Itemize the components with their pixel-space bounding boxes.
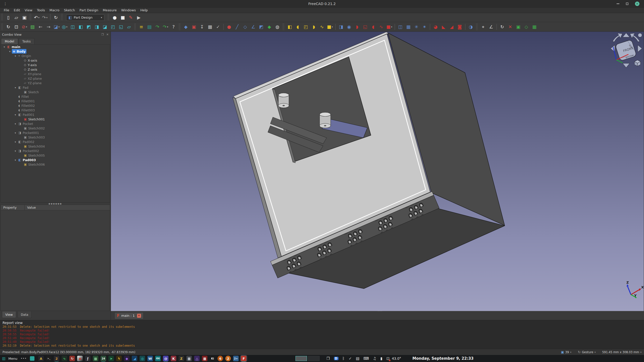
thickness-icon[interactable]: ◙ <box>456 23 463 31</box>
model-standoff-1[interactable] <box>278 93 289 108</box>
tray-shield-icon[interactable]: ✓ <box>349 356 352 361</box>
view-rear-icon[interactable]: ◪ <box>101 23 109 31</box>
sep[interactable] <box>335 24 336 30</box>
workspace-icon[interactable] <box>30 356 34 361</box>
sep[interactable] <box>395 24 395 30</box>
grip[interactable] <box>134 24 136 30</box>
temperature-indicator[interactable]: 43.0° <box>392 356 401 360</box>
pad-icon[interactable]: ◧ <box>286 23 293 31</box>
menu-file[interactable]: File <box>2 8 12 12</box>
subtractive-loft-icon[interactable]: ◱ <box>361 23 369 31</box>
menu-help[interactable]: Help <box>138 8 150 12</box>
fit-all-icon[interactable]: ↻ <box>5 23 12 31</box>
app-audio-wave[interactable]: ∿ <box>62 356 67 361</box>
undo-icon[interactable]: ↶ ▾ <box>33 14 40 21</box>
tree-item-pocket002[interactable]: ▾ ◨ Pocket002 <box>1 149 110 153</box>
expander-icon[interactable]: ▾ <box>13 122 17 125</box>
tree-item-pad[interactable]: ▾ ◧ Pad <box>1 85 110 90</box>
app-mastodon[interactable]: @ <box>163 356 168 361</box>
tree-item-x-axis[interactable]: ◇ X-axis <box>1 58 110 63</box>
subtractive-primitive-icon[interactable]: ■ ▾ <box>385 23 393 31</box>
make-link-icon[interactable]: ↷ <box>154 23 161 31</box>
workbench-selector[interactable]: ◧ Part Design ▾ <box>66 14 104 21</box>
chevron-down-icon[interactable]: ▾ <box>570 351 571 353</box>
view-zoom-icon[interactable]: ◎ ▾ <box>61 23 68 31</box>
tree-item-sketch[interactable]: ▣ Sketch <box>1 90 110 94</box>
menu-macro[interactable]: Macro <box>47 8 62 12</box>
expander-icon[interactable]: ▾ <box>2 46 6 48</box>
replace-link-icon[interactable]: ↷ ▾ <box>162 23 169 31</box>
menu-part-design[interactable]: Part Design <box>77 8 101 12</box>
create-sketch-icon[interactable]: ▣ <box>190 23 198 31</box>
grip[interactable] <box>476 24 478 30</box>
app-ascii[interactable]: A <box>38 356 44 361</box>
app-zotero[interactable]: Z <box>179 356 184 361</box>
taskbar-dots-icon[interactable]: ••• <box>21 357 27 360</box>
redo-icon[interactable]: ↷ ▾ <box>41 14 49 21</box>
app-wave-w[interactable]: W <box>147 356 153 361</box>
tree-item-pad001[interactable]: ▾ ◧ Pad001 <box>1 112 110 117</box>
macro-stop-icon[interactable]: ■ <box>119 14 126 21</box>
app-console-2[interactable]: 2 <box>54 356 59 361</box>
menu-edit[interactable]: Edit <box>12 8 22 12</box>
subtractive-pipe-icon[interactable]: ◖ <box>369 23 377 31</box>
model-standoff-2[interactable] <box>320 112 331 128</box>
minimize-button[interactable] <box>617 4 619 4</box>
mirrored-icon[interactable]: ◫ <box>397 23 404 31</box>
document-tab-main[interactable]: F main : 1 ✕ <box>114 312 144 319</box>
property-column-header[interactable]: Property <box>1 205 25 210</box>
panel-splitter[interactable]: ●●●●●● <box>0 203 111 205</box>
new-group-icon[interactable]: ▤ <box>146 23 153 31</box>
workspace-pager[interactable] <box>295 356 320 361</box>
app-badge-2[interactable]: 2 <box>225 356 231 361</box>
sep[interactable] <box>430 24 430 30</box>
tab-model[interactable]: Model <box>1 38 18 44</box>
expander-icon[interactable]: ▾ <box>13 55 17 57</box>
tree-item-sketch004[interactable]: ▣ Sketch004 <box>1 144 110 149</box>
chamfer-icon[interactable]: ◣ <box>440 23 447 31</box>
clock[interactable]: Monday, September 9, 22:33 <box>412 356 474 361</box>
menu-view[interactable]: View <box>22 8 35 12</box>
menu-windows[interactable]: Windows <box>119 8 138 12</box>
whats-this-icon[interactable]: ? <box>170 23 177 31</box>
expander-icon[interactable]: ▾ <box>13 141 17 143</box>
app-terminal[interactable]: >_ <box>46 356 52 361</box>
tray-battery-icon[interactable]: ▮ <box>380 356 382 361</box>
linear-pattern-icon[interactable]: ▦ <box>405 23 412 31</box>
spline-surface-icon[interactable]: ◩ <box>257 23 265 31</box>
user-icon[interactable] <box>481 356 485 360</box>
tree-item-sketch006[interactable]: ▣ Sketch006 <box>1 162 110 167</box>
workspace-2[interactable] <box>308 356 320 361</box>
view-dimension-indicator[interactable]: 591.45 mm x 308.03 mm ▾ <box>602 350 641 354</box>
tray-window-switcher-icon[interactable]: ❒ <box>326 356 330 361</box>
draw-style-icon[interactable]: ◫ <box>69 23 76 31</box>
close-tab-icon[interactable]: ✕ <box>137 314 141 318</box>
expander-icon[interactable]: ▾ <box>8 50 12 53</box>
macro-record-icon[interactable]: ● <box>111 14 118 21</box>
nav-sphere-icon[interactable] <box>638 33 642 37</box>
float-panel-icon[interactable]: ❐ <box>101 33 104 36</box>
tree-item-fillet[interactable]: ◖ Fillet <box>1 94 110 99</box>
tree-item-sketch001[interactable]: ▣ Sketch001 <box>1 117 110 121</box>
tab-tasks[interactable]: Tasks <box>19 38 35 44</box>
value-column-header[interactable]: Value <box>25 205 38 210</box>
menu-button[interactable]: Menu <box>8 357 17 360</box>
app-kicad[interactable]: Ki <box>210 356 215 361</box>
app-counter-2plus[interactable]: 2+ <box>233 356 239 361</box>
tab-data[interactable]: Data <box>18 311 32 318</box>
app-calendar[interactable]: ▦ <box>202 356 207 361</box>
app-fonts[interactable]: ƒ <box>85 356 91 361</box>
grip[interactable] <box>1 24 3 30</box>
view-isometric-icon[interactable]: ◪ ▾ <box>53 23 60 31</box>
additive-helix-icon[interactable]: ∿ <box>318 23 326 31</box>
fillet-icon[interactable]: ◕ <box>432 23 439 31</box>
nav-back-icon[interactable]: ← <box>37 23 44 31</box>
save-icon[interactable]: ▣ <box>21 14 28 21</box>
validate-sketch-icon[interactable]: ✓ <box>214 23 222 31</box>
multitransform-icon[interactable]: ✶ <box>421 23 428 31</box>
grip[interactable] <box>179 24 181 30</box>
macro-play-icon[interactable]: ▶ <box>135 14 143 21</box>
grip[interactable] <box>1 14 3 20</box>
polyline-icon[interactable]: ∠ <box>249 23 257 31</box>
expander-icon[interactable]: ▾ <box>13 86 17 89</box>
